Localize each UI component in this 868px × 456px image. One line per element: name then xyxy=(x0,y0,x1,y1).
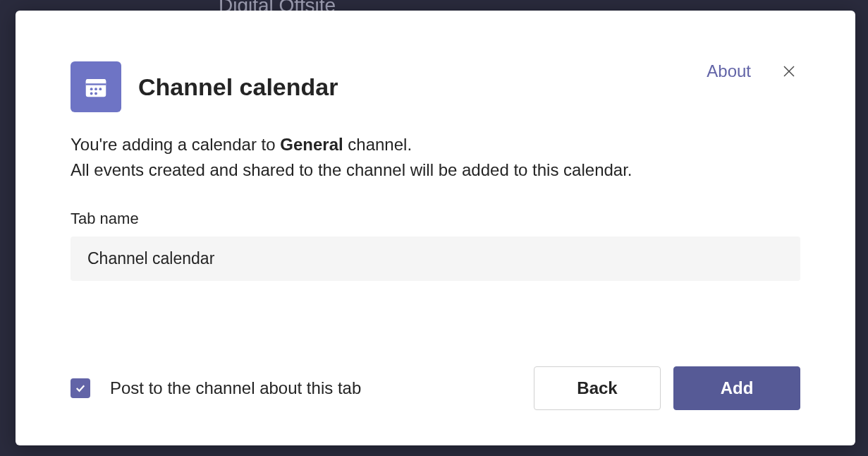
description-channel-name: General xyxy=(280,135,343,154)
modal-top-actions: About xyxy=(707,60,800,83)
post-checkbox-label[interactable]: Post to the channel about this tab xyxy=(110,378,361,398)
description-line1-pre: You're adding a calendar to xyxy=(71,135,280,154)
tab-name-label: Tab name xyxy=(71,210,800,228)
modal-header: Channel calendar About xyxy=(71,61,800,112)
close-button[interactable] xyxy=(778,60,800,83)
description-line2: All events created and shared to the cha… xyxy=(71,160,632,179)
checkmark-icon xyxy=(74,382,87,395)
svg-point-3 xyxy=(90,88,93,90)
back-button[interactable]: Back xyxy=(534,366,661,410)
svg-point-7 xyxy=(94,92,97,95)
add-button[interactable]: Add xyxy=(673,366,800,410)
svg-point-4 xyxy=(94,88,97,90)
svg-point-6 xyxy=(90,92,93,95)
tab-name-input[interactable] xyxy=(71,236,800,281)
about-link[interactable]: About xyxy=(707,61,751,81)
post-checkbox[interactable] xyxy=(71,378,90,398)
modal-description: You're adding a calendar to General chan… xyxy=(71,132,800,183)
close-icon xyxy=(781,63,797,80)
post-checkbox-area: Post to the channel about this tab xyxy=(71,378,361,398)
add-tab-modal: Channel calendar About You're adding a c… xyxy=(16,11,855,445)
button-group: Back Add xyxy=(534,366,800,410)
modal-title: Channel calendar xyxy=(138,73,338,101)
calendar-icon xyxy=(71,61,121,112)
modal-footer: Post to the channel about this tab Back … xyxy=(71,366,800,410)
svg-rect-2 xyxy=(86,83,106,85)
description-line1-post: channel. xyxy=(343,135,412,154)
svg-point-5 xyxy=(99,88,102,90)
